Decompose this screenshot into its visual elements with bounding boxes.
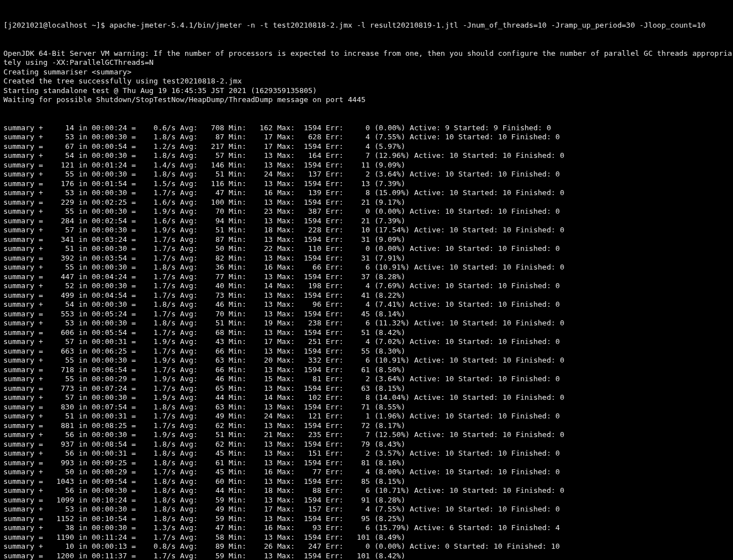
summary-row: summary + 57 in 00:00:31 = 1.9/s Avg: 43… — [3, 337, 730, 347]
summary-row: summary = 121 in 00:01:24 = 1.4/s Avg: 1… — [3, 161, 730, 170]
summary-row: summary + 57 in 00:00:30 = 1.9/s Avg: 51… — [3, 226, 730, 235]
terminal-output[interactable]: [j2021021@localhost ~]$ apache-jmeter-5.… — [0, 0, 733, 560]
summary-row: summary = 284 in 00:02:54 = 1.6/s Avg: 9… — [3, 217, 730, 226]
output-line: Creating summariser <summary> — [3, 68, 730, 77]
summary-row: summary + 52 in 00:00:30 = 1.7/s Avg: 40… — [3, 281, 730, 291]
summary-row: summary + 54 in 00:00:30 = 1.8/s Avg: 57… — [3, 151, 730, 161]
summary-row: summary = 881 in 00:08:25 = 1.7/s Avg: 6… — [3, 421, 730, 431]
summary-row: summary = 1099 in 00:10:24 = 1.8/s Avg: … — [3, 496, 730, 505]
summary-row: summary + 53 in 00:00:30 = 1.8/s Avg: 51… — [3, 319, 730, 328]
output-line: OpenJDK 64-Bit Server VM warning: If the… — [3, 49, 730, 59]
summary-row: summary + 10 in 00:00:13 = 0.8/s Avg: 89… — [3, 542, 730, 552]
summary-row: summary = 1043 in 00:09:54 = 1.8/s Avg: … — [3, 477, 730, 487]
summary-row: summary + 53 in 00:00:30 = 1.8/s Avg: 49… — [3, 505, 730, 514]
summary-row: summary + 38 in 00:00:30 = 1.3/s Avg: 47… — [3, 523, 730, 533]
summary-row: summary = 176 in 00:01:54 = 1.5/s Avg: 1… — [3, 179, 730, 189]
output-line: Waiting for possible Shutdown/StopTestNo… — [3, 95, 730, 105]
summary-row: summary = 341 in 00:03:24 = 1.7/s Avg: 8… — [3, 235, 730, 245]
summary-row: summary = 993 in 00:09:25 = 1.8/s Avg: 6… — [3, 458, 730, 468]
summary-row: summary = 830 in 00:07:54 = 1.8/s Avg: 6… — [3, 403, 730, 412]
summary-row: summary + 55 in 00:00:29 = 1.9/s Avg: 46… — [3, 374, 730, 384]
summary-row: summary + 51 in 00:00:31 = 1.7/s Avg: 49… — [3, 412, 730, 421]
summary-rows: summary + 14 in 00:00:24 = 0.6/s Avg: 70… — [3, 124, 730, 561]
summary-row: summary = 1152 in 00:10:54 = 1.8/s Avg: … — [3, 514, 730, 524]
summary-row: summary = 499 in 00:04:54 = 1.7/s Avg: 7… — [3, 291, 730, 301]
summary-row: summary + 50 in 00:00:29 = 1.7/s Avg: 45… — [3, 468, 730, 477]
summary-row: summary + 56 in 00:00:30 = 1.9/s Avg: 51… — [3, 430, 730, 440]
summary-row: summary = 447 in 00:04:24 = 1.7/s Avg: 7… — [3, 272, 730, 282]
summary-row: summary + 14 in 00:00:24 = 0.6/s Avg: 70… — [3, 124, 730, 133]
summary-row: summary = 663 in 00:06:25 = 1.7/s Avg: 6… — [3, 347, 730, 356]
summary-row: summary = 937 in 00:08:54 = 1.8/s Avg: 6… — [3, 440, 730, 449]
output-line: Created the tree successfully using test… — [3, 77, 730, 86]
summary-row: summary + 56 in 00:00:31 = 1.8/s Avg: 45… — [3, 449, 730, 458]
output-line: tely using -XX:ParallelGCThreads=N — [3, 58, 730, 68]
summary-row: summary = 229 in 00:02:25 = 1.6/s Avg: 1… — [3, 198, 730, 208]
summary-row: summary = 606 in 00:05:54 = 1.7/s Avg: 6… — [3, 328, 730, 338]
summary-row: summary + 56 in 00:00:30 = 1.8/s Avg: 44… — [3, 486, 730, 496]
summary-row: summary = 392 in 00:03:54 = 1.7/s Avg: 8… — [3, 254, 730, 263]
command-line: [j2021021@localhost ~]$ apache-jmeter-5.… — [3, 21, 730, 30]
startup-output: OpenJDK 64-Bit Server VM warning: If the… — [3, 49, 730, 105]
summary-row: summary + 51 in 00:00:30 = 1.7/s Avg: 50… — [3, 244, 730, 254]
summary-row: summary + 55 in 00:00:30 = 1.8/s Avg: 36… — [3, 263, 730, 272]
summary-row: summary + 55 in 00:00:30 = 1.8/s Avg: 51… — [3, 170, 730, 179]
summary-row: summary + 53 in 00:00:30 = 1.8/s Avg: 87… — [3, 133, 730, 142]
output-line: Starting standalone test @ Thu Aug 19 16… — [3, 86, 730, 96]
summary-row: summary = 553 in 00:05:24 = 1.7/s Avg: 7… — [3, 310, 730, 319]
summary-row: summary = 718 in 00:06:54 = 1.7/s Avg: 6… — [3, 365, 730, 375]
summary-row: summary + 54 in 00:00:30 = 1.8/s Avg: 46… — [3, 300, 730, 310]
summary-row: summary + 53 in 00:00:30 = 1.7/s Avg: 47… — [3, 188, 730, 198]
summary-row: summary + 55 in 00:00:30 = 1.9/s Avg: 70… — [3, 207, 730, 217]
summary-row: summary = 67 in 00:00:54 = 1.2/s Avg: 21… — [3, 142, 730, 152]
summary-row: summary = 1190 in 00:11:24 = 1.7/s Avg: … — [3, 533, 730, 543]
summary-row: summary + 57 in 00:00:30 = 1.9/s Avg: 44… — [3, 393, 730, 403]
summary-row: summary = 1200 in 00:11:37 = 1.7/s Avg: … — [3, 552, 730, 561]
summary-row: summary = 773 in 00:07:24 = 1.7/s Avg: 6… — [3, 384, 730, 394]
summary-row: summary + 55 in 00:00:30 = 1.9/s Avg: 63… — [3, 356, 730, 365]
